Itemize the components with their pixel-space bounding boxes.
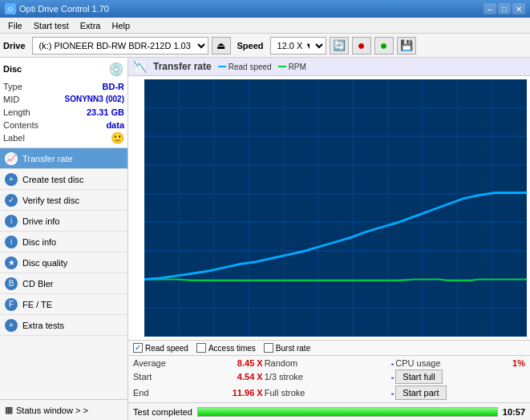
average-value: 8.45 X (237, 358, 263, 368)
checkbox-burst-rate[interactable]: Burst rate (264, 343, 310, 353)
disc-contents-value: data (106, 119, 124, 131)
verify-test-disc-icon: ✓ (5, 194, 18, 207)
green-button[interactable]: ● (374, 37, 394, 55)
menu-bar: File Start test Extra Help (0, 18, 530, 34)
nav-transfer-rate[interactable]: 📈 Transfer rate (0, 148, 127, 169)
chart-container: 2X 4X 6X 8X 10X 12X 14X 16X 18X 0.0 2.5 … (128, 76, 530, 340)
status-window-icon: ▦ (5, 405, 13, 415)
stat-onethird: 1/3 stroke - (265, 370, 394, 384)
drive-select[interactable]: (k:) PIONEER BD-RW BDR-212D 1.03 (32, 37, 208, 55)
eject-button[interactable]: ⏏ (212, 37, 231, 55)
status-window-button[interactable]: ▦ Status window > > (0, 399, 127, 420)
menu-extra[interactable]: Extra (75, 19, 106, 32)
extra-tests-icon: + (5, 319, 18, 332)
nav-disc-info-label: Disc info (22, 237, 56, 247)
drive-info-icon: i (5, 215, 18, 228)
disc-mid-label: MID (3, 93, 19, 106)
content-area: 📉 Transfer rate Read speed RPM (128, 58, 530, 420)
legend-read-speed-label: Read speed (229, 63, 272, 71)
random-value: - (391, 358, 394, 368)
nav-drive-info-label: Drive info (22, 216, 59, 226)
chart-bottom: ✓ Read speed Access times Burst rate (128, 340, 530, 355)
title-bar: O Opti Drive Control 1.70 – □ ✕ (0, 0, 530, 18)
end-value: 11.96 X (233, 388, 263, 398)
speed-select[interactable]: 12.0 X ▼ (270, 37, 326, 55)
legend-read-speed-dot (218, 66, 226, 67)
nav-transfer-rate-label: Transfer rate (22, 154, 73, 164)
stat-average: Average 8.45 X (133, 358, 263, 368)
stat-start-part: Start part (395, 386, 525, 400)
disc-type-label: Type (3, 80, 22, 93)
transfer-rate-icon: 📈 (5, 152, 18, 165)
close-button[interactable]: ✕ (512, 3, 525, 14)
disc-length-label: Length (3, 106, 30, 119)
start-full-button[interactable]: Start full (395, 370, 442, 384)
disc-mid-value: SONYNN3 (002) (65, 93, 124, 106)
disc-contents-label: Contents (3, 119, 38, 131)
disc-info-icon: i (5, 236, 18, 248)
disc-quality-icon: ★ (5, 256, 18, 269)
onethird-label: 1/3 stroke (265, 372, 303, 382)
sidebar: Disc 💿 Type BD-R MID SONYNN3 (002) Lengt… (0, 58, 128, 420)
maximize-button[interactable]: □ (498, 3, 511, 14)
menu-file[interactable]: File (3, 19, 27, 32)
cpu-label: CPU usage (395, 358, 440, 368)
burst-rate-checkbox-label: Burst rate (276, 344, 310, 353)
window-title: Opti Drive Control 1.70 (19, 4, 109, 14)
nav-create-test-disc[interactable]: + Create test disc (0, 169, 127, 190)
read-speed-checkbox[interactable]: ✓ (133, 343, 143, 353)
fe-te-icon: F (5, 298, 18, 311)
drive-label: Drive (3, 41, 29, 50)
menu-start-test[interactable]: Start test (29, 19, 74, 32)
nav-fe-te[interactable]: F FE / TE (0, 294, 127, 315)
chart-title: Transfer rate (153, 61, 212, 72)
stat-full-stroke: Full stroke - (265, 386, 394, 400)
legend-rpm: RPM (278, 63, 306, 71)
legend-rpm-label: RPM (289, 63, 306, 71)
create-test-disc-icon: + (5, 173, 18, 186)
nav-cd-bler[interactable]: B CD Bler (0, 273, 127, 294)
svg-rect-0 (144, 79, 527, 337)
nav-disc-info[interactable]: i Disc info (0, 232, 127, 252)
transfer-rate-chart: 2X 4X 6X 8X 10X 12X 14X 16X 18X 0.0 2.5 … (144, 79, 527, 337)
disc-label-smiley[interactable]: 🙂 (111, 131, 124, 144)
status-window-label: Status window > > (16, 406, 88, 415)
cpu-value: 1% (512, 358, 525, 368)
average-label: Average (133, 358, 166, 368)
refresh-button[interactable]: 🔄 (330, 37, 349, 55)
nav-disc-quality[interactable]: ★ Disc quality (0, 252, 127, 273)
menu-help[interactable]: Help (107, 19, 135, 32)
cd-bler-icon: B (5, 277, 18, 290)
burst-rate-checkbox[interactable] (264, 343, 273, 353)
nav-drive-info[interactable]: i Drive info (0, 211, 127, 232)
start-label: Start (133, 372, 152, 382)
disc-length-value: 23.31 GB (87, 106, 124, 119)
red-button[interactable]: ● (352, 37, 371, 55)
legend-rpm-dot (278, 66, 286, 67)
nav-extra-tests-label: Extra tests (22, 321, 64, 330)
stat-end: End 11.96 X (133, 386, 263, 400)
stats-area: Average 8.45 X Random - CPU usage 1% Sta… (128, 355, 530, 402)
checkbox-access-times[interactable]: Access times (196, 343, 256, 353)
full-stroke-value: - (391, 388, 394, 398)
stat-start-full: Start full (395, 370, 525, 384)
start-part-button[interactable]: Start part (395, 386, 446, 400)
disc-type-value: BD-R (103, 80, 125, 93)
minimize-button[interactable]: – (483, 3, 496, 14)
full-stroke-label: Full stroke (265, 388, 305, 398)
status-time: 10:57 (503, 407, 525, 417)
access-times-checkbox[interactable] (196, 343, 206, 353)
onethird-value: - (391, 372, 394, 382)
nav-extra-tests[interactable]: + Extra tests (0, 315, 127, 336)
nav-create-test-disc-label: Create test disc (22, 175, 83, 184)
nav-verify-test-disc[interactable]: ✓ Verify test disc (0, 190, 127, 211)
chart-header-icon: 📉 (133, 60, 147, 73)
save-button[interactable]: 💾 (397, 37, 416, 55)
checkbox-read-speed[interactable]: ✓ Read speed (133, 343, 188, 353)
stat-cpu: CPU usage 1% (395, 358, 525, 368)
disc-info-panel: Disc 💿 Type BD-R MID SONYNN3 (002) Lengt… (0, 58, 127, 148)
disc-icon-button[interactable]: 💿 (108, 61, 124, 77)
disc-header-label: Disc (3, 64, 22, 74)
app-icon: O (5, 3, 16, 14)
toolbar: Drive (k:) PIONEER BD-RW BDR-212D 1.03 ⏏… (0, 34, 530, 58)
